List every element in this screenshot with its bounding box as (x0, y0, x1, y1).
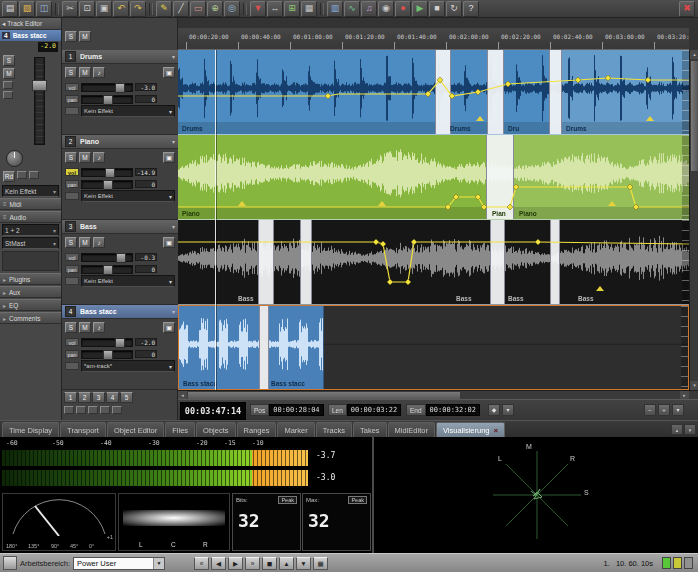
slider-handle[interactable] (103, 265, 113, 275)
tab-midieditor[interactable]: MidiEditor (388, 422, 435, 437)
collapse-arrow-icon[interactable]: ▾ (172, 308, 175, 315)
master-mute-button[interactable]: M (79, 31, 91, 42)
output-button[interactable] (29, 171, 39, 179)
track-header-2[interactable]: 2Piano▾SM♪▣vol-14.9pan0Kein Effekt▾ (62, 135, 178, 220)
grid-icon[interactable]: ▦ (301, 1, 317, 17)
stop-icon[interactable]: ■ (429, 1, 445, 17)
tab-time-display[interactable]: Time Display (2, 422, 59, 437)
peak-reset-button[interactable]: Peak (348, 496, 367, 504)
layer-button-2[interactable]: 2 (78, 392, 91, 403)
vol-slider[interactable] (81, 253, 133, 262)
paste-icon[interactable]: ▣ (96, 1, 112, 17)
pan-slider[interactable] (81, 180, 133, 189)
pan-slider[interactable] (81, 265, 133, 274)
nav-next-icon[interactable]: ▶ (228, 557, 243, 570)
range-icon[interactable]: ↔ (267, 1, 283, 17)
mute-button[interactable]: M (79, 152, 91, 163)
vol-slider[interactable] (81, 338, 133, 347)
fade-marker-icon[interactable] (646, 116, 654, 121)
vertical-scroll-thumb[interactable] (691, 61, 698, 171)
tab-transport[interactable]: Transport (60, 422, 106, 437)
footer-icon[interactable] (76, 406, 86, 414)
pencil-tool-icon[interactable]: ✎ (156, 1, 172, 17)
end-value[interactable]: 00:00:32:02 (426, 404, 480, 416)
monitor-button[interactable] (3, 91, 13, 99)
fade-marker-icon[interactable] (238, 201, 246, 206)
glue-tool-icon[interactable]: ⊕ (207, 1, 223, 17)
slider-handle[interactable] (115, 338, 125, 348)
slider-handle[interactable] (115, 83, 125, 93)
eraser-tool-icon[interactable]: ▭ (190, 1, 206, 17)
audio-out-dropdown[interactable]: 1 + 2 ▾ (2, 224, 59, 236)
zoom-preset-button[interactable]: ▾ (672, 404, 684, 416)
footer-icon[interactable] (64, 406, 74, 414)
loop-icon[interactable]: ↻ (446, 1, 462, 17)
track-effect-dropdown[interactable]: Kein Effekt▾ (81, 105, 175, 117)
transport-menu-button[interactable]: ▾ (502, 404, 514, 416)
tab-visualisierung[interactable]: Visualisierung× (436, 422, 505, 437)
mute-button[interactable]: M (79, 67, 91, 78)
track-editor-track-bar[interactable]: 4 Bass stacc (0, 30, 61, 41)
arrange-track-drums[interactable]: DrumsDrumsDruDrums (178, 50, 689, 135)
volume-fader[interactable] (34, 57, 45, 145)
save-project-icon[interactable]: ◫ (36, 1, 52, 17)
scroll-up-icon[interactable]: ▴ (690, 50, 698, 59)
master-solo-button[interactable]: S (65, 31, 77, 42)
nav-down-icon[interactable]: ▼ (296, 557, 311, 570)
record-icon[interactable]: ● (395, 1, 411, 17)
layer-button-1[interactable]: 1 (64, 392, 77, 403)
layer-button-3[interactable]: 3 (92, 392, 105, 403)
section-eq[interactable]: ▸ EQ (0, 299, 61, 311)
mute-button[interactable]: M (79, 322, 91, 333)
tab-ranges[interactable]: Ranges (237, 422, 277, 437)
cut-icon[interactable]: ✂ (62, 1, 78, 17)
volume-fader-handle[interactable] (32, 80, 47, 91)
new-project-icon[interactable]: ▤ (2, 1, 18, 17)
slider-handle[interactable] (103, 350, 113, 360)
horizontal-scroll-thumb[interactable] (188, 392, 460, 399)
pan-knob[interactable] (6, 150, 23, 167)
speaker-icon[interactable]: ♪ (93, 152, 105, 163)
help-icon[interactable]: ? (463, 1, 479, 17)
slider-handle[interactable] (103, 180, 113, 190)
track-effect-drop[interactable]: Kein Effekt ▾ (2, 185, 59, 197)
track-header-3[interactable]: 3Bass▾SM♪▣vol-0.3pan0Kein Effekt▾ (62, 220, 178, 305)
tab-files[interactable]: Files (165, 422, 195, 437)
footer-icon[interactable] (100, 406, 110, 414)
tab-tracks[interactable]: Tracks (316, 422, 352, 437)
footer-icon[interactable] (88, 406, 98, 414)
tab-scroll-up-icon[interactable]: ▴ (671, 424, 683, 435)
zoom-in-button[interactable]: + (658, 404, 670, 416)
tab-scroll-down-icon[interactable]: ▾ (684, 424, 696, 435)
collapse-arrow-icon[interactable]: ▾ (172, 53, 175, 60)
slider-handle[interactable] (116, 253, 126, 263)
track-title-bar[interactable]: 4Bass stacc▾ (62, 305, 178, 319)
tab-object-editor[interactable]: Object Editor (107, 422, 164, 437)
arrange-track-bass-stacc[interactable]: Bass staccBass stacc (178, 305, 689, 390)
snap-icon[interactable]: ⊞ (284, 1, 300, 17)
footer-icon[interactable] (112, 406, 122, 414)
marker-icon[interactable]: ▼ (250, 1, 266, 17)
fade-marker-icon[interactable] (596, 286, 604, 291)
track-title-bar[interactable]: 1Drums▾ (62, 50, 178, 64)
arrange-track-bass[interactable]: BassBassBassBass (178, 220, 689, 305)
close-panel-icon[interactable]: ✖ (679, 1, 695, 17)
zoom-out-button[interactable]: − (644, 404, 656, 416)
speaker-icon[interactable]: ♪ (93, 67, 105, 78)
editor-solo-button[interactable]: S (3, 55, 15, 66)
track-effect-dropdown[interactable]: Kein Effekt▾ (81, 190, 175, 202)
len-field[interactable]: Len 00:00:03:22 (328, 404, 401, 416)
zoom-tool-icon[interactable]: ◎ (224, 1, 240, 17)
editor-mute-button[interactable]: M (3, 68, 15, 79)
lock-button[interactable]: ▣ (163, 152, 175, 163)
track-header-1[interactable]: 1Drums▾SM♪▣vol-3.0pan0Kein Effekt▾ (62, 50, 178, 135)
playhead-cursor[interactable] (215, 50, 216, 390)
tab-objects[interactable]: Objects (196, 422, 235, 437)
collapse-icon[interactable]: ◂ (2, 20, 5, 28)
audio-master-dropdown[interactable]: StMast ▾ (2, 237, 59, 249)
nav-stop-icon[interactable]: ◼ (262, 557, 277, 570)
pos-value[interactable]: 00:00:28:04 (269, 404, 323, 416)
copy-icon[interactable]: ⊡ (79, 1, 95, 17)
tab-takes[interactable]: Takes (353, 422, 387, 437)
fade-marker-icon[interactable] (378, 201, 386, 206)
